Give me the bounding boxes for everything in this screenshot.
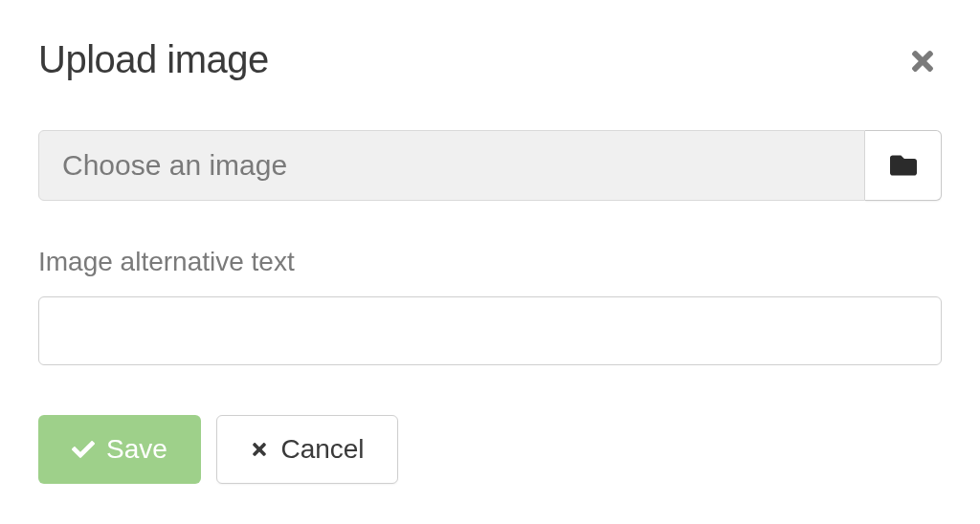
cancel-button-label: Cancel (280, 434, 364, 465)
file-input-group: Choose an image (38, 130, 942, 201)
file-input-display[interactable]: Choose an image (38, 130, 865, 201)
file-input-placeholder: Choose an image (62, 149, 287, 182)
browse-button[interactable] (865, 130, 942, 201)
folder-icon (890, 152, 917, 179)
save-button[interactable]: Save (38, 415, 201, 484)
alt-text-input[interactable] (38, 296, 942, 365)
button-row: Save Cancel (38, 415, 942, 484)
dialog-title: Upload image (38, 38, 269, 81)
check-icon (72, 438, 95, 461)
alt-text-label: Image alternative text (38, 247, 942, 277)
dialog-header: Upload image (38, 38, 942, 84)
close-button[interactable] (903, 42, 942, 84)
times-icon (250, 440, 269, 459)
close-icon (907, 46, 938, 76)
save-button-label: Save (106, 434, 167, 465)
cancel-button[interactable]: Cancel (216, 415, 398, 484)
